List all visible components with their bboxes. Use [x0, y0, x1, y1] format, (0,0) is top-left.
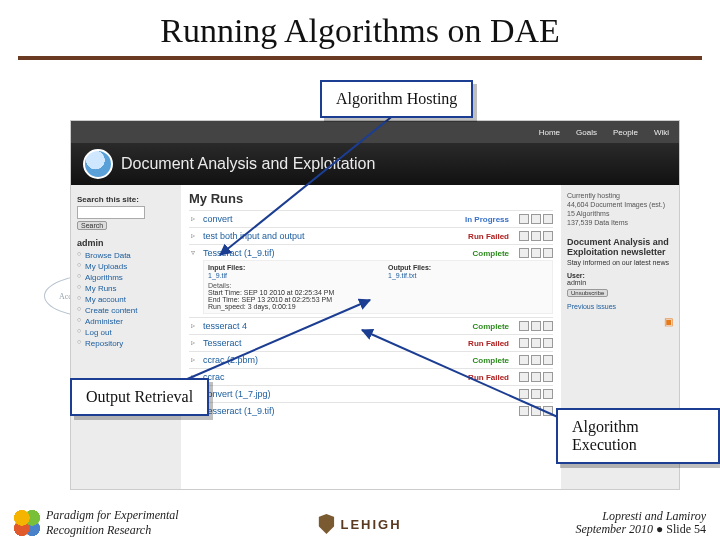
run-status: Run Failed [468, 373, 509, 382]
run-row-0[interactable]: convert In Progress [189, 210, 553, 227]
end-time: End Time: SEP 13 2010 at 02:25:53 PM [208, 296, 548, 303]
action-icon[interactable] [519, 406, 529, 416]
run-row-7[interactable]: convert (1_7.jpg) [189, 385, 553, 402]
action-icon[interactable] [543, 214, 553, 224]
run-row-6[interactable]: ccrac Run Failed [189, 368, 553, 385]
action-icon[interactable] [519, 214, 529, 224]
run-duration: Run_speed: 3 days, 0:00:19 [208, 303, 548, 310]
footer-date: September 2010 [575, 522, 653, 536]
run-status: Complete [473, 322, 509, 331]
run-name: Tesseract [203, 338, 242, 348]
stats-line: Currently hosting [567, 191, 673, 200]
footer-left-line2: Recognition Research [46, 523, 151, 537]
run-name: ccrac (2.pbm) [203, 355, 258, 365]
action-icon[interactable] [543, 372, 553, 382]
input-file[interactable]: 1_9.tif [208, 272, 227, 279]
action-icon[interactable] [519, 321, 529, 331]
details-label: Details: [208, 282, 548, 289]
sidebar-item-browse[interactable]: Browse Data [77, 250, 175, 261]
action-icon[interactable] [531, 355, 541, 365]
sidebar-item-algorithms[interactable]: Algorithms [77, 272, 175, 283]
sidebar-item-repository[interactable]: Repository [77, 338, 175, 349]
webapp-banner-title: Document Analysis and Exploitation [121, 155, 375, 173]
webapp-topnav: Home Goals People Wiki [71, 121, 679, 143]
run-row-4[interactable]: Tesseract Run Failed [189, 334, 553, 351]
run-name: Tesseract (1_9.tif) [203, 406, 275, 416]
run-status: Complete [473, 249, 509, 258]
sidebar-list: Browse Data My Uploads Algorithms My Run… [77, 250, 175, 349]
search-button[interactable]: Search [77, 221, 107, 230]
run-row-5[interactable]: ccrac (2.pbm) Complete [189, 351, 553, 368]
sidebar-item-create[interactable]: Create content [77, 305, 175, 316]
action-icon[interactable] [543, 389, 553, 399]
nav-goals[interactable]: Goals [576, 128, 597, 137]
slide-title: Running Algorithms on DAE [0, 0, 720, 56]
main-panel: My Runs convert In Progress test both in… [181, 185, 561, 489]
sidebar-section-admin: admin [77, 238, 175, 248]
run-row-3[interactable]: tesseract 4 Complete [189, 317, 553, 334]
rss-icon[interactable]: ▣ [567, 316, 673, 327]
action-icon[interactable] [519, 338, 529, 348]
action-icon[interactable] [543, 338, 553, 348]
hosting-stats: Currently hosting 44,604 Document Images… [567, 191, 673, 227]
action-icon[interactable] [531, 321, 541, 331]
sidebar-item-uploads[interactable]: My Uploads [77, 261, 175, 272]
nav-home[interactable]: Home [539, 128, 560, 137]
sidebar-item-account[interactable]: My account [77, 294, 175, 305]
action-icon[interactable] [531, 248, 541, 258]
user-block: User: admin [567, 272, 673, 286]
user-name: admin [567, 279, 673, 286]
prev-issues-link[interactable]: Previous issues [567, 303, 673, 310]
action-icon[interactable] [519, 231, 529, 241]
action-icon[interactable] [531, 231, 541, 241]
action-icon[interactable] [543, 321, 553, 331]
run-status: Run Failed [468, 339, 509, 348]
output-files-header: Output Files: [388, 264, 548, 271]
run-status: Complete [473, 356, 509, 365]
sidebar-item-administer[interactable]: Administer [77, 316, 175, 327]
action-icon[interactable] [531, 389, 541, 399]
action-icon[interactable] [531, 214, 541, 224]
action-icon[interactable] [543, 248, 553, 258]
sidebar-item-logout[interactable]: Log out [77, 327, 175, 338]
stats-line: 44,604 Document Images (est.) [567, 200, 673, 209]
action-icon[interactable] [519, 372, 529, 382]
run-status: In Progress [465, 215, 509, 224]
run-actions [519, 214, 553, 224]
webapp-banner: Document Analysis and Exploitation [71, 143, 679, 185]
run-name: convert [203, 214, 233, 224]
action-icon[interactable] [543, 355, 553, 365]
footer-left-line1: Paradigm for Experimental [46, 508, 179, 522]
run-name: tesseract 4 [203, 321, 247, 331]
run-row-8[interactable]: Tesseract (1_9.tif) [189, 402, 553, 419]
lehigh-logo: LEHIGH [318, 514, 401, 534]
run-status: Run Failed [468, 232, 509, 241]
action-icon[interactable] [519, 389, 529, 399]
search-label: Search this site: [77, 195, 175, 204]
start-time: Start Time: SEP 10 2010 at 02:25:34 PM [208, 289, 548, 296]
action-icon[interactable] [519, 248, 529, 258]
action-icon[interactable] [531, 338, 541, 348]
search-input[interactable] [77, 206, 145, 219]
output-file[interactable]: 1_9.tif.txt [388, 272, 416, 279]
run-name: Tesseract (1_9.tif) [203, 248, 275, 258]
run-name: convert (1_7.jpg) [203, 389, 271, 399]
nav-wiki[interactable]: Wiki [654, 128, 669, 137]
footer-slide-number: Slide 54 [666, 522, 706, 536]
action-icon[interactable] [531, 406, 541, 416]
newsletter-blurb: Stay informed on our latest news [567, 259, 673, 266]
input-files-header: Input Files: [208, 264, 368, 271]
callout-output-retrieval: Output Retrieval [70, 378, 209, 416]
run-row-2-expanded[interactable]: Tesseract (1_9.tif) Complete Input Files… [189, 244, 553, 317]
page-heading: My Runs [189, 191, 553, 206]
action-icon[interactable] [543, 231, 553, 241]
sidebar-item-myruns[interactable]: My Runs [77, 283, 175, 294]
action-icon[interactable] [519, 355, 529, 365]
nav-people[interactable]: People [613, 128, 638, 137]
stats-line: 137,539 Data Items [567, 218, 673, 227]
action-icon[interactable] [531, 372, 541, 382]
action-icon[interactable] [543, 406, 553, 416]
lehigh-text: LEHIGH [340, 517, 401, 532]
run-row-1[interactable]: test both input and output Run Failed [189, 227, 553, 244]
unsubscribe-button[interactable]: Unsubscribe [567, 289, 608, 297]
